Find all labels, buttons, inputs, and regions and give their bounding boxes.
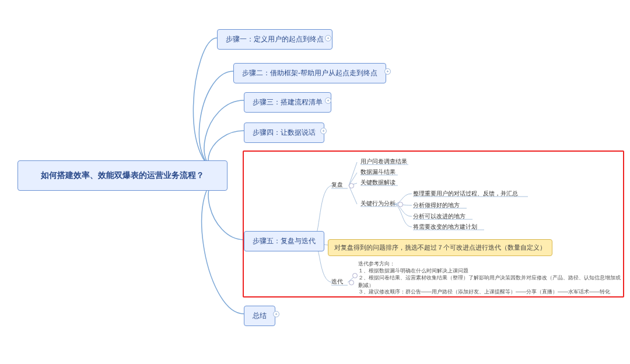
diedai-line: ３、建议修改顺序：群公告——用户路径（添加好友、上课提醒等）——分享（直播）——… (358, 288, 610, 296)
highlight-note[interactable]: 对复盘得到的问题排序，挑选不超过７个可改进点进行迭代（数量自定义） (328, 239, 552, 256)
root-node[interactable]: 如何搭建效率、效能双爆表的运营业务流程？ (18, 160, 228, 191)
expand-icon[interactable]: + (320, 128, 327, 134)
expand-icon[interactable]: + (325, 35, 331, 41)
label-keyact[interactable]: 关键行为分析 (360, 200, 396, 208)
node-step-5[interactable]: 步骤五：复盘与迭代 (244, 231, 324, 251)
label-fupan[interactable]: 复盘 (331, 181, 343, 189)
fupan-item[interactable]: 数据漏斗结果 (360, 168, 396, 176)
keyact-item[interactable]: 将需要改变的地方建计划 (413, 223, 477, 231)
collapse-icon[interactable] (349, 183, 354, 188)
node-step-1[interactable]: 步骤一：定义用户的起点到终点 (217, 29, 332, 50)
keyact-item[interactable]: 分析做得好的地方 (413, 201, 460, 209)
node-summary[interactable]: 总结 (244, 306, 275, 326)
diedai-line: ２、根据问卷结果、运营素材收集结果（整理）了解影响用户决策因数并对应修改（产品、… (358, 274, 622, 289)
node-step-2[interactable]: 步骤二：借助框架-帮助用户从起点走到终点 (233, 63, 386, 83)
expand-icon[interactable]: + (273, 311, 279, 317)
fupan-item[interactable]: 关键数据解读 (360, 178, 396, 187)
label-diedai[interactable]: 迭代 (331, 278, 343, 286)
fupan-item[interactable]: 用户问卷调查结果 (360, 158, 407, 166)
keyact-item[interactable]: 整理重要用户的对话过程、反馈，并汇总 (413, 190, 518, 198)
node-step-4[interactable]: 步骤四：让数据说话 (244, 123, 324, 143)
node-step-3[interactable]: 步骤三：搭建流程清单 (244, 92, 331, 113)
expand-icon[interactable]: + (384, 68, 391, 75)
collapse-icon[interactable] (398, 202, 403, 207)
collapse-icon[interactable] (352, 273, 358, 278)
collapse-icon[interactable] (349, 280, 354, 285)
expand-icon[interactable]: + (325, 97, 331, 104)
keyact-item[interactable]: 分析可以改进的地方 (413, 212, 466, 220)
